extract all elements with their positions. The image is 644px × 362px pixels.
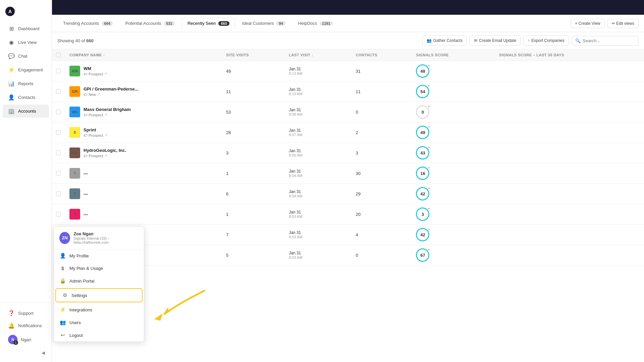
tab-helpdocs[interactable]: HelpDocs 1191 bbox=[292, 18, 338, 29]
row-site-visits: 1 bbox=[222, 163, 285, 184]
table-row[interactable]: MG Mass General Brigham 🏷Prospect ↗ 53 J… bbox=[52, 102, 644, 122]
sidebar-item-reports[interactable]: 📊 Reports bbox=[3, 77, 49, 90]
search-input[interactable] bbox=[583, 38, 630, 43]
tab-trending[interactable]: Trending Accounts 644 bbox=[57, 18, 118, 29]
row-last-visit: Jan 31 8:04 AM bbox=[285, 163, 352, 184]
gather-contacts-button[interactable]: 👥 Gather Contacts bbox=[422, 36, 467, 46]
sidebar-item-user[interactable]: N 1 Ngan bbox=[3, 332, 49, 347]
company-name[interactable]: WM bbox=[84, 66, 107, 71]
accounts-icon: 🏢 bbox=[8, 108, 15, 114]
row-checkbox[interactable] bbox=[52, 122, 65, 143]
create-email-update-button[interactable]: ✉ Create Email Update bbox=[470, 36, 521, 46]
row-site-visits: 3 bbox=[222, 143, 285, 163]
company-name[interactable]: — bbox=[84, 212, 88, 217]
row-checkbox[interactable] bbox=[52, 204, 65, 225]
sidebar-item-chat[interactable]: 💬 Chat bbox=[3, 50, 49, 63]
col-contacts[interactable]: CONTACTS bbox=[352, 49, 412, 61]
company-tag: 🏷New ↗ bbox=[84, 92, 138, 97]
row-sparkline bbox=[495, 81, 644, 102]
row-checkbox[interactable] bbox=[52, 163, 65, 184]
col-signals-score[interactable]: SIGNALS SCORE bbox=[412, 49, 495, 61]
sidebar-item-support[interactable]: ❓ Support bbox=[3, 307, 49, 319]
row-contacts: 29 bbox=[352, 184, 412, 204]
tab-ideal[interactable]: Ideal Customers 94 bbox=[236, 18, 291, 29]
row-checkbox[interactable] bbox=[52, 102, 65, 122]
dashboard-icon: ⊞ bbox=[8, 25, 15, 32]
reports-icon: 📊 bbox=[8, 80, 15, 87]
col-company-name[interactable]: COMPANY NAME ↕ bbox=[65, 49, 222, 61]
table-row[interactable]: ? — 1 Jan 31 8:03 AM 20 3 + bbox=[52, 204, 644, 225]
row-checkbox[interactable] bbox=[52, 61, 65, 81]
row-sparkline bbox=[495, 122, 644, 143]
dropdown-item-my-plan[interactable]: $ My Plan & Usage bbox=[54, 262, 144, 275]
sidebar-label-live-view: Live View bbox=[18, 40, 37, 45]
row-contacts: 0 bbox=[352, 245, 412, 265]
company-name[interactable]: GPI / Greenman-Pederse... bbox=[84, 86, 138, 92]
user-dropdown-menu: ZN Zoe Ngan Signals Internal (33) – beta… bbox=[54, 226, 144, 342]
dropdown-item-settings[interactable]: ⚙ Settings bbox=[55, 288, 143, 302]
col-checkbox bbox=[52, 49, 65, 61]
sidebar-item-notifications[interactable]: 🔔 Notifications bbox=[3, 320, 49, 331]
sidebar-item-accounts[interactable]: 🏢 Accounts bbox=[3, 105, 49, 118]
company-logo: ? bbox=[69, 209, 80, 220]
sidebar-item-contacts[interactable]: 👤 Contacts bbox=[3, 91, 49, 104]
sidebar-item-dashboard[interactable]: ⊞ Dashboard bbox=[3, 22, 49, 35]
search-icon: 🔍 bbox=[575, 38, 581, 43]
dropdown-item-users[interactable]: 👥 Users bbox=[54, 316, 144, 329]
edit-views-button[interactable]: ✏ Edit views bbox=[607, 19, 639, 28]
tab-trending-count: 644 bbox=[102, 21, 112, 26]
company-logo: GPI bbox=[69, 86, 80, 97]
company-logo: HGL bbox=[69, 147, 80, 158]
table-row[interactable]: S Sprint 🏷Prospect ↗ 28 Jan 31 8:07 AM 2… bbox=[52, 122, 644, 143]
row-score: 16 + bbox=[412, 163, 495, 184]
company-tag: 🏷Prospect ↗ bbox=[84, 154, 126, 158]
row-sparkline bbox=[495, 102, 644, 122]
dropdown-item-admin-portal[interactable]: 🔒 Admin Portal bbox=[54, 275, 144, 287]
table-row[interactable]: HGL HydroGeoLogic, Inc. 🏷Prospect ↗ 3 Ja… bbox=[52, 143, 644, 163]
row-company: S Sprint 🏷Prospect ↗ bbox=[65, 122, 222, 143]
table-header-row: COMPANY NAME ↕ SITE VISITS LAST VISIT ↓ … bbox=[52, 49, 644, 61]
dropdown-item-logout[interactable]: ↩ Logout bbox=[54, 329, 144, 342]
create-view-button[interactable]: + Create View bbox=[571, 19, 605, 28]
row-last-visit: Jan 31 8:06 AM bbox=[285, 143, 352, 163]
table-row[interactable]: ? — 6 Jan 31 8:04 AM 29 42 + bbox=[52, 184, 644, 204]
integrations-icon: ⚡ bbox=[59, 307, 66, 313]
dropdown-item-integrations[interactable]: ⚡ Integrations bbox=[54, 303, 144, 316]
row-sparkline bbox=[495, 184, 644, 204]
row-score: 3 + bbox=[412, 204, 495, 225]
table-row[interactable]: WM WM 🏷Prospect ↗ 49 Jan 31 8:13 AM 31 4… bbox=[52, 61, 644, 81]
email-icon: ✉ bbox=[474, 38, 477, 43]
sidebar-item-live-view[interactable]: ◉ Live View bbox=[3, 36, 49, 49]
col-last-visit[interactable]: LAST VISIT ↓ bbox=[285, 49, 352, 61]
company-name[interactable]: — bbox=[84, 191, 88, 196]
company-name[interactable]: HydroGeoLogic, Inc. bbox=[84, 148, 126, 153]
company-name[interactable]: Mass General Brigham bbox=[84, 107, 131, 112]
sidebar-label-engagement: Engagement bbox=[18, 67, 43, 72]
row-last-visit: Jan 31 8:04 AM bbox=[285, 184, 352, 204]
dropdown-item-my-profile[interactable]: 👤 My Profile bbox=[54, 249, 144, 262]
row-last-visit: Jan 31 8:03 AM bbox=[285, 204, 352, 225]
sidebar-item-engagement[interactable]: ⚡ Engagement bbox=[3, 63, 49, 76]
company-info: — bbox=[84, 171, 88, 176]
tab-potential[interactable]: Potential Accounts 531 bbox=[120, 18, 180, 29]
row-checkbox[interactable] bbox=[52, 81, 65, 102]
tab-potential-label: Potential Accounts bbox=[125, 21, 161, 26]
row-score: 42 + bbox=[412, 225, 495, 245]
sidebar-label-dashboard: Dashboard bbox=[18, 26, 40, 31]
row-checkbox[interactable] bbox=[52, 143, 65, 163]
tab-recently-seen[interactable]: Recently Seen 660 bbox=[182, 18, 235, 29]
export-companies-button[interactable]: ↑ Export Companies bbox=[523, 36, 569, 46]
row-checkbox[interactable] bbox=[52, 184, 65, 204]
company-name[interactable]: Sprint bbox=[84, 127, 107, 132]
row-score: 43 + bbox=[412, 143, 495, 163]
table-row[interactable]: GPI GPI / Greenman-Pederse... 🏷New ↗ 11 … bbox=[52, 81, 644, 102]
company-info: Mass General Brigham 🏷Prospect ↗ bbox=[84, 107, 131, 117]
row-score: 67 + bbox=[412, 245, 495, 265]
table-row[interactable]: ? — 1 Jan 31 8:04 AM 30 16 + bbox=[52, 163, 644, 184]
company-name[interactable]: — bbox=[84, 171, 88, 176]
col-site-visits[interactable]: SITE VISITS bbox=[222, 49, 285, 61]
row-contacts: 3 bbox=[352, 143, 412, 163]
dropdown-user-avatar: ZN bbox=[59, 232, 70, 244]
sidebar-label-support: Support bbox=[18, 311, 34, 316]
sidebar-collapse-button[interactable]: ◀ bbox=[3, 348, 49, 358]
